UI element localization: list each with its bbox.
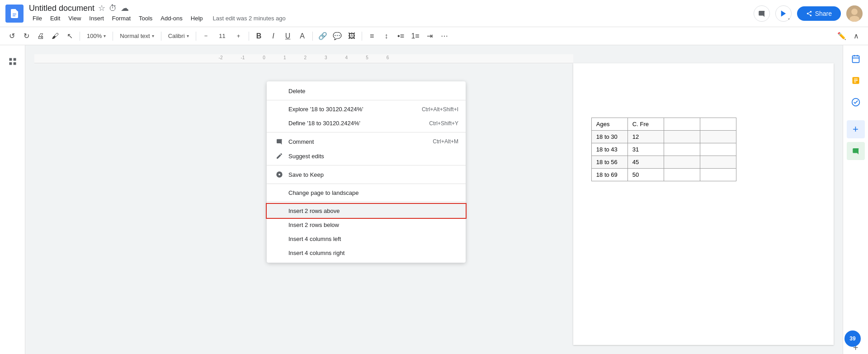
share-button[interactable]: Share <box>797 6 841 21</box>
comment-inline-button[interactable]: 💬 <box>331 30 344 42</box>
separator3 <box>161 32 161 41</box>
ctx-insert-cols-left[interactable]: Insert 4 columns left <box>267 232 466 246</box>
svg-rect-11 <box>852 56 859 62</box>
separator6 <box>312 32 313 41</box>
note-icon[interactable] <box>848 72 864 89</box>
bold-button[interactable]: B <box>253 30 265 42</box>
ctx-sep5 <box>267 202 466 202</box>
comment-icon <box>274 138 285 145</box>
present-button[interactable] <box>775 5 792 22</box>
ctx-explore[interactable]: Explore '18 to 30120.2424%' Ctrl+Alt+Shi… <box>267 102 466 116</box>
separator4 <box>196 32 196 41</box>
left-sidebar <box>0 45 25 354</box>
sidebar-doc-icon[interactable] <box>4 52 22 71</box>
ctx-save-keep-label: Save to Keep <box>288 171 324 178</box>
menu-tools[interactable]: Tools <box>135 13 156 24</box>
undo-button[interactable]: ↺ <box>5 30 18 42</box>
zoom-dropdown[interactable]: 100% ▾ <box>84 31 109 41</box>
table-row: 18 to 30 12 <box>591 131 736 143</box>
color-button[interactable]: A <box>296 30 309 42</box>
doc-title[interactable]: Untitled document <box>29 4 94 13</box>
ctx-save-keep[interactable]: Save to Keep <box>267 167 466 182</box>
ctx-define-shortcut: Ctrl+Shift+Y <box>429 120 458 127</box>
line-spacing-button[interactable]: ↕ <box>380 30 393 42</box>
doc-icon <box>5 5 24 23</box>
table-header-extra1 <box>664 118 700 131</box>
collapse-button[interactable]: ∧ <box>850 30 863 42</box>
more-options-button[interactable]: ⋯ <box>438 30 451 42</box>
font-size-value[interactable]: 11 <box>214 30 231 42</box>
cursor-button[interactable]: ↖ <box>63 30 76 42</box>
insert-link-button[interactable]: 🔗 <box>316 30 329 42</box>
zoom-value: 100% <box>87 33 102 39</box>
table-cell-ages-4: 18 to 69 <box>591 169 627 181</box>
separator1 <box>80 32 80 41</box>
menu-insert[interactable]: Insert <box>85 13 108 24</box>
ctx-suggest[interactable]: Suggest edits <box>267 149 466 163</box>
ctx-comment-label: Comment <box>288 138 314 145</box>
align-button[interactable]: ≡ <box>366 30 378 42</box>
toolbar2: ↺ ↻ 🖨 🖌 ↖ 100% ▾ Normal text ▾ Calibri ▾… <box>0 27 868 45</box>
add-float-button[interactable]: + <box>847 120 865 138</box>
table-row: 18 to 43 31 <box>591 143 736 156</box>
font-size-button[interactable]: − <box>200 30 212 42</box>
menu-file[interactable]: File <box>29 13 46 24</box>
star-icon[interactable]: ☆ <box>98 3 105 13</box>
ctx-define-label: Define '18 to 30120.2424%' <box>288 120 360 127</box>
right-sidebar: + + <box>843 45 868 354</box>
comments-button[interactable] <box>754 5 770 22</box>
ctx-define[interactable]: Define '18 to 30120.2424%' Ctrl+Shift+Y <box>267 116 466 130</box>
ctx-landscape[interactable]: Change page to landscape <box>267 186 466 200</box>
menu-format[interactable]: Format <box>108 13 134 24</box>
menu-edit[interactable]: Edit <box>47 13 64 24</box>
ctx-sep1 <box>267 100 466 100</box>
ctx-suggest-label: Suggest edits <box>288 153 324 160</box>
collab-badge: 39 <box>844 330 861 347</box>
history-icon[interactable]: ⏱ <box>109 4 117 13</box>
ctx-comment[interactable]: Comment Ctrl+Alt+M <box>267 134 466 149</box>
ctx-insert-rows-below[interactable]: Insert 2 rows below <box>267 218 466 232</box>
font-dropdown[interactable]: Calibri ▾ <box>165 31 192 41</box>
ctx-delete[interactable]: Delete <box>267 84 466 98</box>
ctx-insert-rows-above[interactable]: Insert 2 rows above <box>267 204 466 218</box>
share-label: Share <box>815 10 832 17</box>
ctx-sep4 <box>267 184 466 184</box>
tasks-icon[interactable] <box>848 94 864 110</box>
table-cell-extra1-4 <box>664 169 700 181</box>
ctx-insert-cols-right-label: Insert 4 columns right <box>288 250 344 256</box>
svg-rect-7 <box>13 58 16 61</box>
table-cell-extra1-1 <box>664 131 700 143</box>
pen-button[interactable]: ✏️ <box>835 30 848 42</box>
indent-button[interactable]: ⇥ <box>424 30 436 42</box>
menu-help[interactable]: Help <box>187 13 207 24</box>
image-button[interactable]: 🖼 <box>345 30 358 42</box>
table-cell-extra2-4 <box>700 169 736 181</box>
separator7 <box>362 32 362 41</box>
list-number-button[interactable]: 1≡ <box>409 30 422 42</box>
table-cell-extra1-3 <box>664 156 700 169</box>
font-size-increase-button[interactable]: + <box>232 30 245 42</box>
menu-view[interactable]: View <box>65 13 85 24</box>
cloud-icon[interactable]: ☁ <box>121 3 129 13</box>
list-bullet-button[interactable]: •≡ <box>395 30 407 42</box>
user-avatar[interactable] <box>846 5 863 22</box>
calendar-icon[interactable] <box>848 51 864 67</box>
ctx-insert-rows-below-label: Insert 2 rows below <box>288 222 339 228</box>
last-edit-text: Last edit was 2 minutes ago <box>213 15 286 22</box>
spellcheck-button[interactable]: 🖌 <box>49 30 61 42</box>
doc-title-area: Untitled document ☆ ⏱ ☁ File Edit View I… <box>29 3 754 24</box>
table-cell-ages-1: 18 to 30 <box>591 131 627 143</box>
comment-float-button[interactable] <box>847 142 865 160</box>
underline-button[interactable]: U <box>282 30 294 42</box>
table-header-cfre: C. Fre <box>627 118 664 131</box>
collab-count: 39 <box>849 335 855 342</box>
ctx-insert-cols-left-label: Insert 4 columns left <box>288 236 341 242</box>
style-dropdown[interactable]: Normal text ▾ <box>117 31 157 41</box>
italic-button[interactable]: I <box>267 30 280 42</box>
table-header-extra2 <box>700 118 736 131</box>
redo-button[interactable]: ↻ <box>20 30 33 42</box>
ctx-insert-cols-right[interactable]: Insert 4 columns right <box>267 246 466 260</box>
table-header-ages: Ages <box>591 118 627 131</box>
print-button[interactable]: 🖨 <box>34 30 47 42</box>
menu-addons[interactable]: Add-ons <box>157 13 186 24</box>
